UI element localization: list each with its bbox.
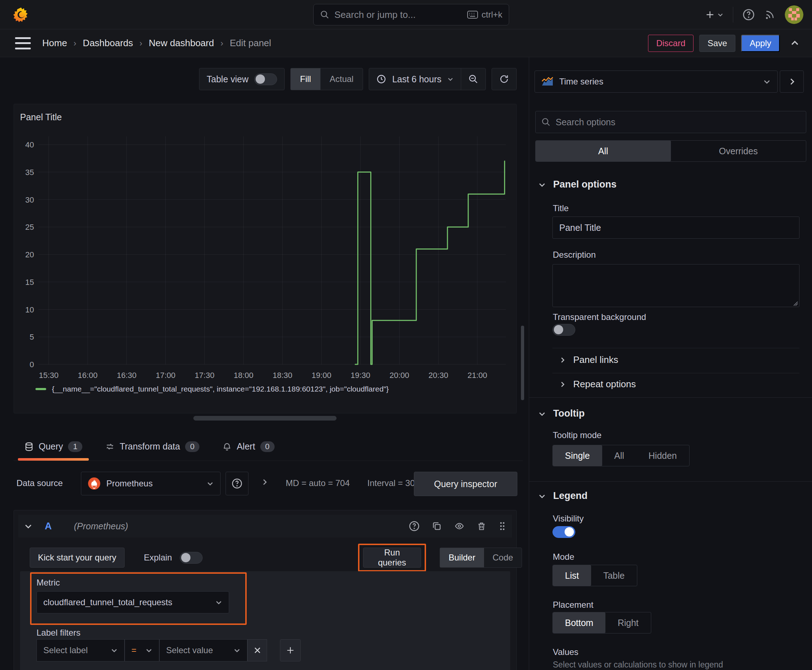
tooltip-hidden-option[interactable]: Hidden (636, 445, 689, 466)
chevron-down-icon (145, 647, 153, 654)
time-series-chart[interactable]: 051015202530354015:3016:0016:3017:0017:3… (14, 104, 517, 414)
legend-right-option[interactable]: Right (605, 612, 651, 633)
operator-dropdown[interactable]: = (125, 639, 159, 662)
search-shortcut: ctrl+k (467, 10, 502, 20)
tab-alert[interactable]: Alert 0 (218, 432, 279, 461)
query-row-header[interactable]: A (Prometheus) (18, 515, 512, 538)
chevron-up-icon (790, 39, 800, 48)
repeat-options-section[interactable]: Repeat options (559, 379, 636, 390)
builder-option[interactable]: Builder (440, 548, 484, 567)
svg-text:19:30: 19:30 (351, 371, 370, 380)
legend-list-option[interactable]: List (553, 565, 591, 586)
max-datapoints-stat: MD = auto = 704 (286, 478, 350, 488)
prometheus-icon (88, 477, 101, 490)
keyboard-icon (467, 11, 478, 19)
select-value-dropdown[interactable]: Select value (159, 639, 247, 662)
fill-option[interactable]: Fill (291, 68, 320, 90)
legend-section-header[interactable]: Legend (538, 490, 588, 501)
remove-filter-button[interactable] (247, 639, 267, 662)
menu-toggle-button[interactable] (15, 37, 31, 49)
panel-title-input[interactable] (553, 217, 800, 239)
zoom-out-button[interactable] (461, 68, 485, 90)
breadcrumb-separator: › (140, 38, 142, 48)
query-stats-expand-button[interactable] (261, 478, 268, 486)
datasource-picker[interactable]: Prometheus (81, 472, 220, 495)
pane-resize-handle[interactable] (193, 416, 337, 421)
kick-start-button[interactable]: Kick start your query (30, 548, 125, 568)
chevron-down-icon (538, 181, 546, 189)
global-search[interactable]: ctrl+k (313, 4, 509, 25)
datasource-help-button[interactable] (225, 472, 249, 495)
help-circle-icon (742, 8, 755, 21)
edit-actions: Discard Save Apply (648, 35, 804, 52)
save-button[interactable]: Save (699, 35, 736, 52)
query-inspector-button[interactable]: Query inspector (414, 472, 517, 496)
textarea-resize-grip[interactable] (792, 300, 798, 306)
legend-series-label[interactable]: {__name__="cloudflared_tunnel_total_requ… (52, 385, 389, 393)
legend-placement-switch: Bottom Right (553, 612, 651, 633)
panel-options-section-header[interactable]: Panel options (538, 179, 617, 190)
legend-bottom-option[interactable]: Bottom (553, 612, 605, 633)
panel-links-section[interactable]: Panel links (559, 354, 618, 365)
select-label-dropdown[interactable]: Select label (37, 639, 125, 662)
help-button[interactable] (742, 8, 755, 21)
label-filters-label: Label filters (37, 628, 81, 638)
visualization-picker[interactable]: Time series (534, 71, 778, 93)
tooltip-all-option[interactable]: All (602, 445, 637, 466)
tab-overrides[interactable]: Overrides (671, 140, 806, 161)
explain-toggle[interactable] (180, 552, 203, 564)
collapse-editor-button[interactable] (785, 35, 804, 52)
vertical-scrollbar[interactable] (521, 326, 524, 400)
explain-label: Explain (144, 553, 172, 563)
tooltip-single-option[interactable]: Single (553, 445, 602, 466)
table-view-toggle[interactable] (254, 73, 277, 85)
global-search-input[interactable] (334, 9, 462, 20)
legend-mode-switch: List Table (553, 565, 637, 586)
breadcrumb-new-dashboard[interactable]: New dashboard (149, 37, 214, 49)
breadcrumb-home[interactable]: Home (42, 37, 67, 49)
tooltip-section-header[interactable]: Tooltip (538, 408, 585, 419)
legend-table-option[interactable]: Table (591, 565, 637, 586)
panel-view-toolbar: Table view Fill Actual Last 6 hours (14, 68, 517, 90)
tab-all-options[interactable]: All (536, 140, 671, 161)
legend-visibility-label: Visibility (553, 514, 583, 524)
delete-query-icon[interactable] (477, 521, 486, 531)
duplicate-query-icon[interactable] (432, 521, 442, 531)
code-option[interactable]: Code (484, 548, 522, 567)
options-search[interactable] (535, 111, 806, 133)
svg-text:17:30: 17:30 (195, 371, 214, 380)
panel-description-textarea[interactable] (553, 264, 800, 307)
legend-visibility-toggle[interactable] (553, 526, 575, 538)
breadcrumb-separator: › (220, 38, 224, 48)
svg-text:40: 40 (25, 140, 34, 149)
chevron-right-icon (559, 381, 566, 388)
refresh-button[interactable] (492, 68, 516, 90)
user-avatar[interactable] (785, 5, 804, 24)
help-circle-icon (232, 478, 242, 489)
chevron-down-icon (538, 410, 546, 418)
refresh-group (492, 68, 517, 90)
grafana-logo-icon (13, 7, 29, 23)
apply-button[interactable]: Apply (741, 35, 780, 52)
discard-button[interactable]: Discard (648, 35, 693, 52)
metric-select[interactable]: cloudflared_tunnel_total_requests (37, 591, 229, 613)
transparent-bg-toggle[interactable] (553, 324, 575, 336)
drag-handle-icon[interactable] (498, 521, 506, 531)
news-button[interactable] (764, 9, 775, 20)
svg-text:16:00: 16:00 (78, 371, 97, 380)
tab-transform-data[interactable]: Transform data 0 (101, 432, 204, 461)
add-new-button[interactable] (705, 10, 724, 20)
legend-series-swatch[interactable] (36, 388, 46, 390)
options-search-input[interactable] (556, 117, 800, 127)
actual-option[interactable]: Actual (320, 68, 363, 90)
breadcrumb-dashboards[interactable]: Dashboards (83, 37, 133, 49)
viz-suggestions-button[interactable] (780, 71, 804, 93)
time-range-picker[interactable]: Last 6 hours (369, 68, 461, 90)
query-help-icon[interactable] (409, 521, 420, 531)
add-filter-button[interactable] (280, 639, 301, 662)
top-nav: ctrl+k (0, 0, 812, 29)
run-queries-button[interactable]: Run queries (363, 548, 421, 568)
chevron-right-icon (788, 77, 796, 86)
hide-query-icon[interactable] (454, 521, 465, 531)
tab-query[interactable]: Query 1 (20, 432, 86, 461)
